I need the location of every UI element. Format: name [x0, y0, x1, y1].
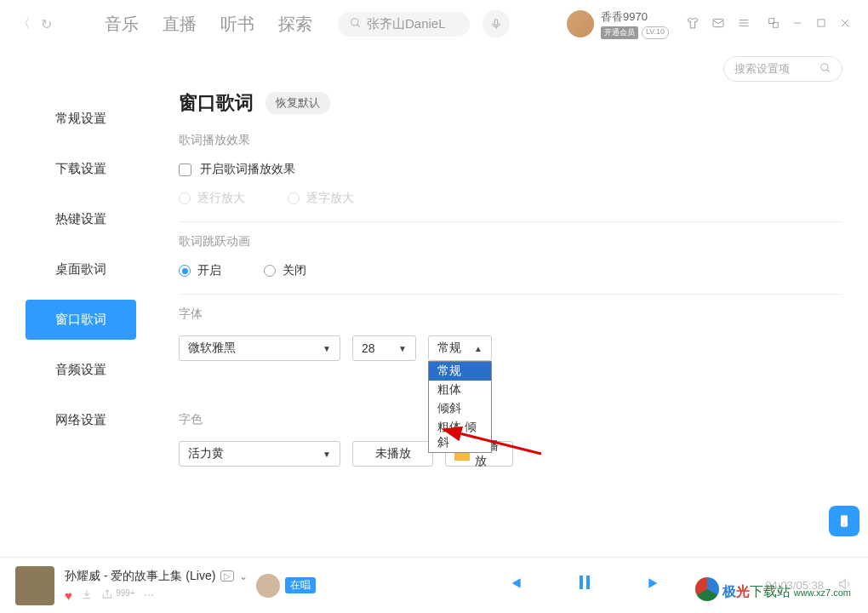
mv-icon[interactable]: ▷ — [220, 570, 234, 581]
watermark-logo-icon — [695, 577, 719, 601]
sidebar-item-hotkey[interactable]: 热键设置 — [26, 199, 136, 239]
pause-icon[interactable] — [574, 572, 595, 599]
group-play-effect: 歌词播放效果 — [179, 133, 842, 148]
reset-defaults-button[interactable]: 恢复默认 — [266, 92, 330, 114]
group-jump-anim: 歌词跳跃动画 — [179, 234, 842, 249]
divider — [179, 294, 842, 295]
search-placeholder: 张齐山DanieL — [367, 16, 446, 32]
nav-live[interactable]: 直播 — [163, 13, 197, 36]
svg-rect-2 — [494, 20, 498, 26]
font-family-select[interactable]: 微软雅黑 ▼ — [179, 335, 340, 361]
font-style-option-italic[interactable]: 倾斜 — [429, 399, 491, 418]
watermark: 极 光 下载站 www.xz7.com — [695, 572, 851, 601]
chevron-down-icon[interactable]: ⌄ — [239, 570, 248, 582]
album-art[interactable] — [15, 566, 54, 605]
avatar — [567, 10, 594, 37]
track-title: 孙耀威 - 爱的故事上集 (Live) — [65, 569, 215, 584]
vip-badge: 开通会员 — [601, 26, 638, 39]
like-icon[interactable]: ♥ — [65, 588, 72, 603]
search-icon — [819, 62, 831, 77]
radio-anim-off[interactable]: 关闭 — [264, 263, 306, 278]
nav-explore[interactable]: 探索 — [278, 13, 312, 36]
group-color: 字色 — [179, 412, 842, 427]
font-style-option-bold[interactable]: 粗体 — [429, 381, 491, 399]
user-block[interactable]: 香香9970 开通会员 LV.10 — [567, 9, 669, 39]
radio-line-zoom: 逐行放大 — [179, 191, 245, 206]
shirt-icon[interactable] — [686, 16, 700, 32]
back-icon[interactable]: 〈 — [17, 15, 31, 33]
search-settings-input[interactable]: 搜索设置项 — [723, 56, 842, 82]
feedback-button[interactable] — [829, 506, 859, 536]
sidebar-item-download[interactable]: 下载设置 — [26, 149, 136, 189]
font-color-select[interactable]: 活力黄 ▼ — [179, 441, 340, 467]
user-name: 香香9970 — [601, 9, 669, 25]
svg-line-14 — [827, 69, 830, 72]
level-badge: LV.10 — [642, 26, 669, 39]
chevron-down-icon: ▼ — [323, 450, 331, 459]
more-icon[interactable]: ⋯ — [144, 589, 154, 601]
share-icon[interactable]: 999+ — [101, 588, 135, 603]
search-settings-placeholder: 搜索设置项 — [734, 61, 790, 77]
prev-track-icon[interactable] — [506, 575, 523, 597]
sidebar-item-general[interactable]: 常规设置 — [26, 99, 136, 139]
sidebar-item-network[interactable]: 网络设置 — [26, 400, 136, 440]
refresh-icon[interactable]: ↻ — [41, 16, 52, 32]
mini-mode-icon[interactable] — [768, 17, 779, 32]
enable-effect-label: 开启歌词播放效果 — [200, 162, 295, 177]
sidebar-item-audio[interactable]: 音频设置 — [26, 350, 136, 390]
download-icon[interactable] — [81, 588, 93, 603]
sidebar-item-desktop-lyrics[interactable]: 桌面歌词 — [26, 249, 136, 289]
singer-badge[interactable]: 在唱 — [285, 577, 316, 593]
font-style-option-bold-italic[interactable]: 粗体 倾斜 — [429, 418, 491, 452]
page-title: 窗口歌词 — [179, 90, 254, 116]
next-track-icon[interactable] — [646, 575, 663, 597]
svg-line-1 — [357, 24, 360, 26]
nav-music[interactable]: 音乐 — [105, 13, 139, 36]
singer-avatar[interactable] — [256, 574, 280, 598]
voice-search-icon[interactable] — [483, 10, 510, 37]
svg-point-17 — [843, 524, 844, 524]
nav-audiobook[interactable]: 听书 — [220, 13, 254, 36]
font-size-select[interactable]: 28 ▼ — [352, 335, 416, 361]
svg-rect-3 — [713, 19, 723, 26]
svg-rect-19 — [586, 576, 590, 589]
group-font: 字体 — [179, 306, 842, 322]
sidebar-item-window-lyrics[interactable]: 窗口歌词 — [26, 300, 136, 340]
search-icon — [350, 17, 362, 32]
minimize-icon[interactable] — [791, 17, 803, 32]
font-style-dropdown: 常规 粗体 倾斜 粗体 倾斜 — [428, 361, 492, 453]
svg-rect-18 — [580, 576, 583, 589]
menu-icon[interactable] — [737, 16, 751, 32]
radio-anim-on[interactable]: 开启 — [179, 263, 221, 278]
font-style-select[interactable]: 常规 ▲ 常规 粗体 倾斜 粗体 倾斜 — [428, 335, 492, 361]
mail-icon[interactable] — [711, 16, 725, 32]
notplayed-swatch[interactable]: 未播放 — [352, 441, 433, 467]
radio-char-zoom: 逐字放大 — [288, 191, 354, 206]
svg-rect-10 — [818, 19, 825, 26]
svg-point-0 — [351, 18, 358, 25]
svg-rect-16 — [841, 515, 848, 526]
search-input[interactable]: 张齐山DanieL — [338, 12, 470, 37]
share-count: 999+ — [116, 588, 135, 598]
divider — [179, 221, 842, 222]
close-icon[interactable] — [839, 17, 851, 32]
font-style-option-regular[interactable]: 常规 — [429, 362, 491, 381]
chevron-up-icon: ▲ — [474, 344, 483, 353]
chevron-down-icon: ▼ — [323, 344, 331, 353]
chevron-down-icon: ▼ — [398, 344, 407, 353]
enable-effect-checkbox[interactable] — [179, 163, 191, 176]
maximize-icon[interactable] — [815, 17, 827, 32]
svg-point-13 — [821, 63, 828, 70]
